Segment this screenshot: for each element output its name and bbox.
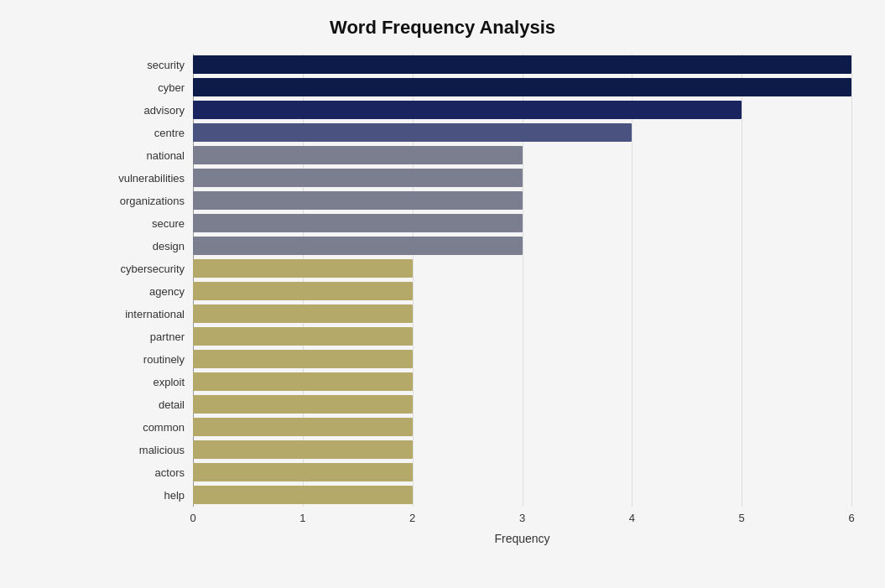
bar-label: partner xyxy=(105,330,193,343)
bar xyxy=(193,440,413,459)
bar-row: common xyxy=(193,416,851,438)
bar-label: design xyxy=(105,240,193,252)
bar xyxy=(193,191,523,210)
bar-label: routinely xyxy=(105,353,193,366)
bar xyxy=(193,304,413,323)
bar xyxy=(193,486,413,504)
bar xyxy=(193,259,413,278)
bar xyxy=(193,395,413,414)
grid-line xyxy=(851,54,852,507)
bar xyxy=(193,78,851,96)
bar-label: common xyxy=(105,421,193,434)
bar xyxy=(193,123,632,142)
bar-row: actors xyxy=(193,461,851,483)
bar-row: routinely xyxy=(193,348,851,370)
bar-label: vulnerabilities xyxy=(105,172,193,185)
bar xyxy=(193,350,413,368)
bar-row: cybersecurity xyxy=(193,258,851,279)
bar-row: advisory xyxy=(193,99,851,121)
bar-row: exploit xyxy=(193,371,851,393)
bar-label: advisory xyxy=(105,104,193,117)
bar-row: malicious xyxy=(193,439,851,461)
x-tick-label: 0 xyxy=(190,512,195,524)
x-tick-label: 1 xyxy=(299,512,305,524)
bar xyxy=(193,327,413,346)
bar-row: partner xyxy=(193,325,851,347)
bar-label: organizations xyxy=(105,195,193,207)
bar-row: national xyxy=(193,144,851,166)
bar xyxy=(193,463,413,481)
bar-row: vulnerabilities xyxy=(193,167,851,189)
bar-label: agency xyxy=(105,285,193,298)
bar-label: exploit xyxy=(105,376,193,388)
bar-row: agency xyxy=(193,280,851,302)
bar-label: detail xyxy=(105,398,193,411)
bar-label: actors xyxy=(105,466,193,479)
bar xyxy=(193,282,413,300)
bar-row: organizations xyxy=(193,190,851,211)
bar-label: national xyxy=(105,149,193,162)
bar-row: cyber xyxy=(193,76,851,98)
chart-title: Word Frequency Analysis xyxy=(34,17,851,39)
bar-label: secure xyxy=(105,217,193,230)
x-tick-label: 6 xyxy=(848,512,854,524)
bar-label: cyber xyxy=(105,81,193,94)
bar xyxy=(193,101,742,119)
bar xyxy=(193,372,413,391)
bar-label: centre xyxy=(105,127,193,139)
bar-row: centre xyxy=(193,122,851,143)
x-tick-label: 5 xyxy=(739,512,745,524)
bar xyxy=(193,418,413,436)
bar xyxy=(193,169,523,187)
bar-row: design xyxy=(193,235,851,257)
bar-row: detail xyxy=(193,393,851,415)
bar-label: security xyxy=(105,59,193,71)
bar-row: international xyxy=(193,303,851,325)
bar xyxy=(193,146,523,164)
x-tick-label: 2 xyxy=(409,512,415,524)
bar-label: cybersecurity xyxy=(105,263,193,275)
x-tick-label: 3 xyxy=(519,512,525,524)
x-tick-label: 4 xyxy=(629,512,635,524)
bar-row: help xyxy=(193,484,851,506)
bar xyxy=(193,55,851,74)
x-axis-label: Frequency xyxy=(193,532,851,545)
chart-container: Word Frequency Analysis securitycyberadv… xyxy=(0,0,885,588)
bar-row: secure xyxy=(193,212,851,234)
bar-label: help xyxy=(105,489,193,502)
bar xyxy=(193,237,523,255)
bar xyxy=(193,214,523,232)
bar-row: security xyxy=(193,54,851,75)
bar-label: malicious xyxy=(105,444,193,456)
bar-label: international xyxy=(105,308,193,320)
